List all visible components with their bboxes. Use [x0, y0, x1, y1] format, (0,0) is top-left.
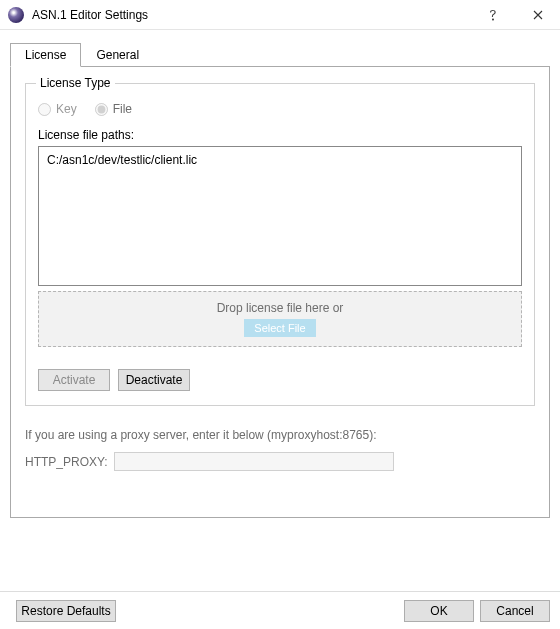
proxy-label: HTTP_PROXY: — [25, 455, 108, 469]
paths-label: License file paths: — [38, 128, 522, 142]
proxy-note: If you are using a proxy server, enter i… — [25, 428, 535, 442]
window-title: ASN.1 Editor Settings — [32, 8, 470, 22]
activate-button[interactable]: Activate — [38, 369, 110, 391]
radio-key[interactable]: Key — [38, 102, 77, 116]
help-button[interactable] — [470, 0, 515, 30]
license-type-group: License Type Key File License file paths… — [25, 83, 535, 406]
footer: Restore Defaults OK Cancel — [0, 591, 560, 629]
radio-file[interactable]: File — [95, 102, 132, 116]
drop-zone-text: Drop license file here or — [217, 301, 344, 315]
titlebar: ASN.1 Editor Settings — [0, 0, 560, 30]
content-area: License General License Type Key File Li… — [0, 30, 560, 591]
radio-key-label: Key — [56, 102, 77, 116]
help-icon — [488, 9, 498, 21]
drop-zone[interactable]: Drop license file here or Select File — [38, 291, 522, 347]
close-icon — [533, 10, 543, 20]
close-button[interactable] — [515, 0, 560, 30]
proxy-row: HTTP_PROXY: — [25, 452, 535, 471]
app-icon — [8, 7, 24, 23]
tabs: License General — [10, 42, 550, 66]
group-title: License Type — [36, 76, 115, 90]
license-path-entry: C:/asn1c/dev/testlic/client.lic — [47, 153, 513, 167]
license-paths-box[interactable]: C:/asn1c/dev/testlic/client.lic — [38, 146, 522, 286]
radio-key-input[interactable] — [38, 103, 51, 116]
tabpanel-license: License Type Key File License file paths… — [10, 66, 550, 518]
restore-defaults-button[interactable]: Restore Defaults — [16, 600, 116, 622]
cancel-button[interactable]: Cancel — [480, 600, 550, 622]
radio-file-label: File — [113, 102, 132, 116]
activate-row: Activate Deactivate — [38, 369, 522, 391]
radio-file-input[interactable] — [95, 103, 108, 116]
tab-general[interactable]: General — [81, 43, 154, 66]
tab-license[interactable]: License — [10, 43, 81, 67]
select-file-button[interactable]: Select File — [244, 319, 315, 337]
deactivate-button[interactable]: Deactivate — [118, 369, 190, 391]
ok-button[interactable]: OK — [404, 600, 474, 622]
http-proxy-input[interactable] — [114, 452, 394, 471]
radio-row: Key File — [38, 102, 522, 116]
